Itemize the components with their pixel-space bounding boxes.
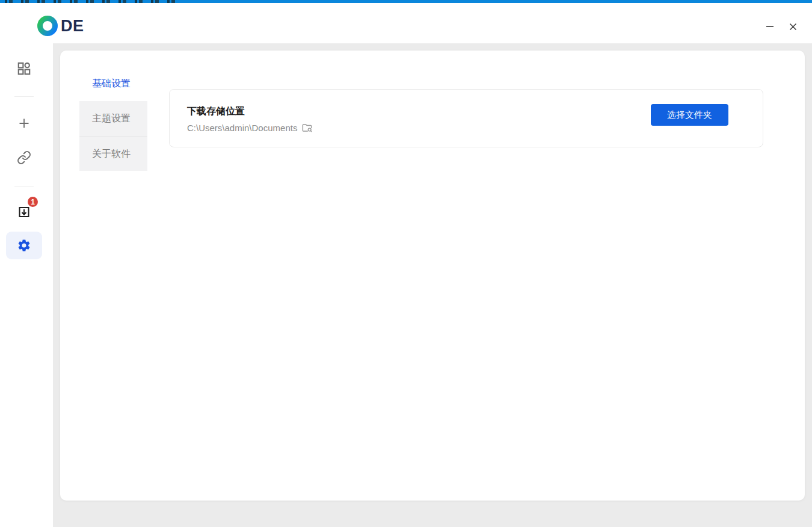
sidebar: 1: [0, 43, 53, 527]
tab-basic-settings[interactable]: 基础设置: [79, 66, 147, 101]
download-location-path: C:\Users\admin\Documents: [187, 122, 313, 134]
settings-panel: 基础设置 主题设置 关于软件 下载存储位置 C:\Users\admin\Doc…: [60, 51, 805, 501]
sidebar-item-settings-icon[interactable]: [17, 238, 31, 253]
logo-ring-icon: [37, 16, 58, 36]
plus-icon: [17, 116, 31, 131]
gear-icon: [17, 238, 31, 253]
tab-about-software[interactable]: 关于软件: [79, 136, 147, 171]
sidebar-divider: [14, 186, 34, 187]
close-icon: [789, 22, 798, 31]
tab-theme-settings[interactable]: 主题设置: [79, 101, 147, 136]
sidebar-item-apps[interactable]: [16, 60, 32, 77]
grid-icon: [16, 61, 32, 76]
logo-text: DE: [61, 16, 84, 36]
download-path-text: C:\Users\admin\Documents: [187, 123, 297, 133]
titlebar: DE: [0, 3, 812, 43]
close-button[interactable]: [783, 19, 802, 34]
minimize-icon: [765, 22, 775, 31]
downloads-badge: 1: [26, 196, 39, 208]
sidebar-divider: [14, 96, 34, 97]
download-location-setting: 下载存储位置 C:\Users\admin\Documents 选择文件夹: [169, 89, 763, 147]
link-icon: [17, 150, 31, 165]
app-window: DE: [0, 0, 812, 527]
minimize-button[interactable]: [760, 19, 780, 34]
folder-search-icon[interactable]: [301, 122, 313, 134]
sidebar-item-links[interactable]: [17, 150, 31, 165]
download-location-title: 下载存储位置: [187, 105, 245, 118]
settings-tab-list: 基础设置 主题设置 关于软件: [79, 66, 147, 171]
choose-folder-button[interactable]: 选择文件夹: [651, 104, 728, 126]
sidebar-item-add[interactable]: [17, 116, 31, 131]
content-area: 基础设置 主题设置 关于软件 下载存储位置 C:\Users\admin\Doc…: [53, 43, 812, 527]
app-logo: DE: [37, 16, 84, 36]
